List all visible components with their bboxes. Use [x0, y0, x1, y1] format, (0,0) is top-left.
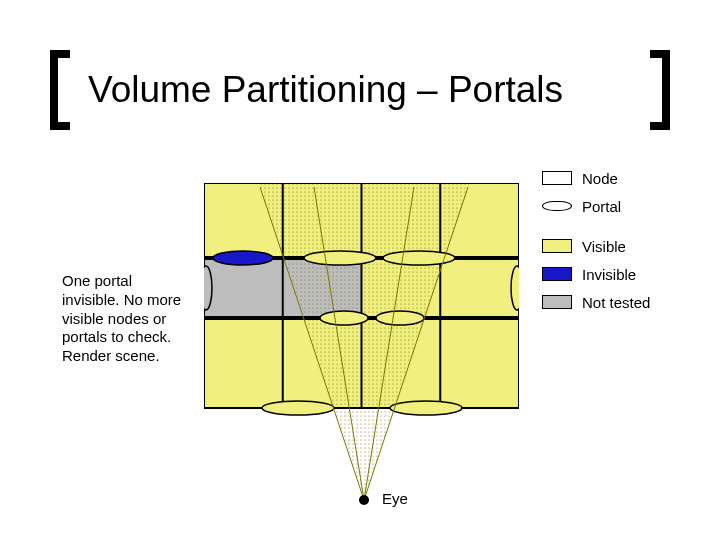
svg-point-26 — [390, 401, 462, 415]
bracket-right-icon — [650, 50, 670, 130]
legend-not-tested: Not tested — [542, 290, 650, 314]
legend-label: Not tested — [582, 294, 650, 311]
portal-swatch-icon — [542, 201, 572, 211]
legend-visible: Visible — [542, 234, 650, 258]
step-description: One portal invisible. No more visible no… — [62, 272, 192, 366]
svg-rect-8 — [440, 258, 519, 318]
legend-label: Invisible — [582, 266, 636, 283]
legend-node: Node — [542, 166, 650, 190]
legend-invisible: Invisible — [542, 262, 650, 286]
node-swatch-icon — [542, 171, 572, 185]
visible-swatch-icon — [542, 239, 572, 253]
legend: Node Portal Visible Invisible Not tested — [542, 166, 650, 318]
invisible-swatch-icon — [542, 267, 572, 281]
svg-point-29 — [359, 495, 369, 505]
legend-label: Portal — [582, 198, 621, 215]
title-bar: Volume Partitioning – Portals — [50, 50, 670, 130]
svg-point-24 — [376, 311, 424, 325]
svg-rect-12 — [440, 318, 519, 408]
svg-rect-5 — [204, 258, 283, 318]
svg-point-20 — [213, 251, 273, 265]
svg-point-25 — [262, 401, 334, 415]
svg-point-21 — [304, 251, 376, 265]
eye-label: Eye — [382, 490, 408, 507]
slide-title: Volume Partitioning – Portals — [88, 69, 632, 111]
bracket-left-icon — [50, 50, 70, 130]
svg-point-27 — [204, 266, 212, 310]
legend-portal: Portal — [542, 194, 650, 218]
svg-rect-9 — [204, 318, 283, 408]
legend-label: Node — [582, 170, 618, 187]
portal-diagram — [204, 183, 519, 408]
legend-label: Visible — [582, 238, 626, 255]
not-tested-swatch-icon — [542, 295, 572, 309]
svg-point-23 — [320, 311, 368, 325]
svg-point-28 — [511, 266, 519, 310]
